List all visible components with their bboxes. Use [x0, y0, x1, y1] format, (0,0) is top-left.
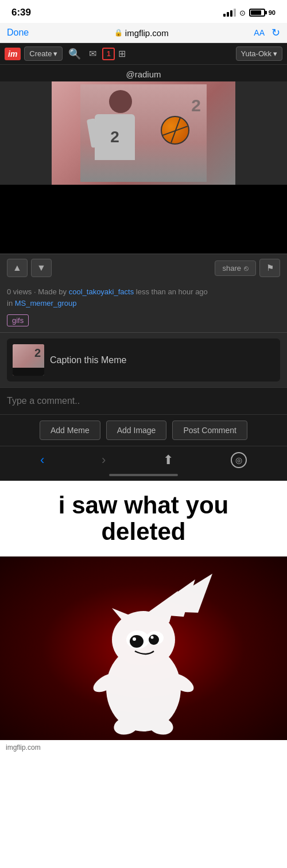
content-area: @radium 2 2	[0, 65, 287, 481]
home-bar	[109, 474, 178, 476]
caption-section: 2 Caption this Meme	[0, 332, 287, 387]
svg-point-12	[130, 635, 144, 648]
action-bar: ▲ ▼ share ⎋ ⚑	[0, 254, 287, 282]
meta-info: 0 views · Made by cool_takoyaki_facts le…	[0, 282, 287, 311]
caption-label[interactable]: Caption this Meme	[50, 355, 126, 365]
status-time: 6:39	[11, 7, 31, 18]
svg-marker-4	[152, 574, 212, 613]
caption-thumbnail: 2	[13, 344, 44, 376]
meme-text-line2: deleted	[17, 519, 270, 545]
imgflip-logo[interactable]: im	[5, 48, 21, 60]
comment-buttons: Add Meme Add Image Post Comment	[0, 415, 287, 446]
in-text: in	[7, 299, 13, 308]
meme-bottom-image	[0, 556, 287, 740]
sonic-svg	[0, 556, 287, 740]
done-button[interactable]: Done	[7, 28, 29, 38]
svg-point-13	[149, 635, 159, 645]
footer-text: imgflip.com	[6, 744, 41, 752]
svg-point-15	[151, 636, 154, 639]
time-ago: less than an hour ago	[136, 287, 208, 296]
meme-image-container: 2 2	[0, 81, 287, 185]
forward-button[interactable]: ›	[102, 453, 106, 468]
browser-bar: Done 🔒 imgflip.com AA ↻	[0, 23, 287, 43]
group-link[interactable]: MS_memer_group	[15, 299, 77, 308]
imgflip-footer: imgflip.com	[0, 740, 287, 755]
signal-icon	[223, 9, 236, 17]
compass-button[interactable]: ◎	[231, 452, 247, 468]
nav-bar: im Create ▾ 🔍 ✉ 1 ⊞ Yuta-Okk ▾	[0, 43, 287, 65]
home-indicator	[0, 472, 287, 481]
jersey-number: 2	[34, 347, 41, 360]
post-username: @radium	[0, 65, 287, 81]
video-area	[0, 185, 287, 254]
url-text: imgflip.com	[125, 28, 169, 38]
add-meme-button[interactable]: Add Meme	[40, 421, 100, 440]
search-icon[interactable]: 🔍	[66, 48, 83, 60]
status-bar: 6:39 ⊙ 90	[0, 0, 287, 23]
wifi-icon: ⊙	[239, 9, 246, 17]
share-icon: ⎋	[244, 264, 249, 273]
back-button[interactable]: ‹	[40, 453, 44, 468]
browser-actions: AA ↻	[254, 26, 280, 39]
meme-text-line1: i saw what you	[17, 492, 270, 519]
create-button[interactable]: Create ▾	[24, 46, 63, 61]
status-icons: ⊙ 90	[223, 9, 276, 17]
mail-icon[interactable]: ✉	[87, 48, 99, 59]
url-bar[interactable]: 🔒 imgflip.com	[114, 28, 169, 38]
caption-dark-bar	[13, 368, 44, 376]
reload-button[interactable]: ↻	[272, 26, 280, 39]
user-menu-button[interactable]: Yuta-Okk ▾	[236, 46, 282, 61]
compass-icon: ◎	[235, 456, 242, 465]
meme-text-overlay: i saw what you deleted	[0, 481, 287, 556]
tags-area: gifs	[0, 311, 287, 332]
battery-level: 90	[269, 9, 276, 16]
gifs-tag[interactable]: gifs	[7, 314, 29, 326]
share-button[interactable]: share ⎋	[215, 260, 256, 276]
ios-share-button[interactable]: ⬆	[163, 453, 173, 468]
flag-button[interactable]: ⚑	[259, 259, 280, 277]
caption-box[interactable]: 2 Caption this Meme	[7, 338, 280, 382]
made-by-text: Made by	[38, 287, 67, 296]
lock-icon: 🔒	[114, 29, 123, 37]
battery-icon	[249, 9, 265, 17]
notification-badge[interactable]: 1	[102, 48, 115, 60]
template-icon[interactable]: ⊞	[118, 48, 126, 59]
add-image-button[interactable]: Add Image	[106, 421, 167, 440]
ios-bottom-nav: ‹ › ⬆ ◎	[0, 446, 287, 472]
chevron-down-icon: ▾	[53, 49, 57, 58]
post-comment-button[interactable]: Post Comment	[172, 421, 247, 440]
view-count: 0 views	[7, 287, 32, 296]
chevron-down-icon: ▾	[273, 49, 277, 58]
svg-point-14	[133, 637, 136, 641]
meme-section-2: i saw what you deleted	[0, 481, 287, 755]
downvote-button[interactable]: ▼	[31, 259, 52, 277]
author-link[interactable]: cool_takoyaki_facts	[69, 287, 134, 296]
comment-section: Add Meme Add Image Post Comment	[0, 387, 287, 446]
upvote-button[interactable]: ▲	[7, 259, 28, 277]
text-size-button[interactable]: AA	[254, 28, 265, 37]
comment-input[interactable]	[0, 388, 287, 415]
meme-image: 2 2	[52, 81, 235, 185]
